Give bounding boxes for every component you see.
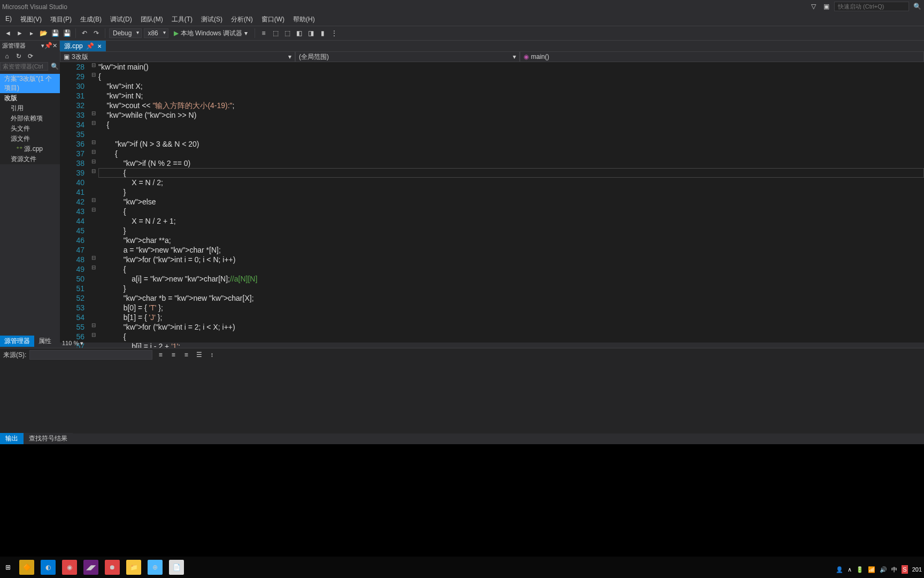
bottom-tabs: 输出 查找符号结果 <box>0 433 73 444</box>
tray-ime[interactable]: 中 <box>891 566 897 574</box>
play-icon: ▶ <box>174 29 179 37</box>
notification-icon[interactable]: ▽ <box>808 2 818 11</box>
app-title: Microsoft Visual Studio <box>2 3 67 11</box>
panel-title: 源管理器 <box>2 42 26 50</box>
explorer-toolbar: ⌂ ↻ ⟳ <box>0 50 60 62</box>
menu-help[interactable]: 帮助(H) <box>289 14 319 26</box>
feedback-icon[interactable]: ▣ <box>821 2 831 11</box>
tool-icon[interactable]: ☰ <box>194 350 204 360</box>
pin-icon[interactable]: 📌 <box>44 42 52 49</box>
separator <box>75 28 76 38</box>
tab-explorer[interactable]: 源管理器 <box>0 336 34 347</box>
tool-icon[interactable]: ≡ <box>168 350 178 360</box>
task-app-icon[interactable]: ⊕ <box>148 560 163 575</box>
system-tray[interactable]: 👤 ∧ 🔋 📶 🔊 中 S 201 <box>836 565 922 574</box>
task-vs-icon[interactable]: ◢◤ <box>83 560 98 575</box>
close-icon[interactable]: ✕ <box>52 42 57 49</box>
open-icon[interactable]: 📂 <box>38 28 48 38</box>
task-explorer-icon[interactable]: 📁 <box>126 560 141 575</box>
explorer-search-input[interactable] <box>0 62 48 71</box>
menu-analyze[interactable]: 分析(N) <box>227 14 257 26</box>
tab-properties[interactable]: 属性 <box>34 336 56 347</box>
debugger-label: 本地 Windows 调试器 <box>181 29 242 38</box>
nav-label: (全局范围) <box>299 52 329 62</box>
back-icon[interactable]: ◄ <box>3 28 13 38</box>
menu-view[interactable]: 视图(V) <box>16 14 46 26</box>
bookmark-icon[interactable]: ▮ <box>318 28 327 38</box>
tool-icon[interactable]: ◧ <box>294 28 304 38</box>
tool-icon[interactable]: ◨ <box>306 28 315 38</box>
zoom-dropdown[interactable]: 110 % ▾ <box>62 340 83 347</box>
start-debug-button[interactable]: ▶ 本地 Windows 调试器 ▾ <box>171 28 251 39</box>
nav-scope-dropdown[interactable]: (全局范围) ▾ <box>295 51 520 62</box>
tool-icon[interactable]: ≡ <box>259 28 268 38</box>
redo-icon[interactable]: ↷ <box>91 28 101 38</box>
output-panel: 来源(S): ≡ ≡ ≡ ☰ ↕ <box>0 348 924 434</box>
tab-find-results[interactable]: 查找符号结果 <box>24 433 73 444</box>
saveall-icon[interactable]: 💾 <box>62 28 72 38</box>
tree-headers[interactable]: 头文件 <box>0 124 60 134</box>
pin-icon[interactable]: 📌 <box>86 42 94 50</box>
tool-icon[interactable]: ≡ <box>156 350 165 360</box>
home-icon[interactable]: ⌂ <box>2 51 12 61</box>
nav-project-dropdown[interactable]: ▣ 3改版 ▾ <box>60 51 295 62</box>
tray-icon[interactable]: 📶 <box>868 566 875 573</box>
class-icon: ▣ <box>64 53 70 60</box>
tab-output[interactable]: 输出 <box>0 433 24 444</box>
solution-node[interactable]: 方案"3改版"(1 个项目) <box>0 74 60 93</box>
refresh-icon[interactable]: ↻ <box>14 51 24 61</box>
tree-source-cpp[interactable]: ⁺⁺ 源.cpp <box>0 144 60 154</box>
method-icon: ◉ <box>523 53 529 60</box>
tray-icon[interactable]: S <box>902 565 907 574</box>
left-panel-tabs: 源管理器 属性 <box>0 336 56 347</box>
tray-icon[interactable]: 👤 <box>836 566 843 573</box>
menu-project[interactable]: 项目(P) <box>46 14 76 26</box>
platform-dropdown[interactable]: x86 <box>144 28 168 38</box>
tray-clock[interactable]: 201 <box>912 566 922 573</box>
task-app-icon[interactable]: ◉ <box>62 560 77 575</box>
menu-build[interactable]: 生成(B) <box>76 14 106 26</box>
code-editor[interactable]: 2829303132333435363738394041424344454647… <box>60 62 924 343</box>
task-app-icon[interactable]: 🔶 <box>19 560 34 575</box>
forward-icon[interactable]: ► <box>15 28 25 38</box>
separator <box>255 28 255 38</box>
search-icon[interactable]: 🔍 <box>51 63 59 70</box>
task-record-icon[interactable]: ⏺ <box>105 560 120 575</box>
source-dropdown[interactable] <box>29 350 152 360</box>
chevron-down-icon: ▾ <box>288 53 291 60</box>
tree-references[interactable]: 引用 <box>0 103 60 113</box>
project-node[interactable]: 改版 <box>0 93 60 103</box>
tab-source-cpp[interactable]: 源.cpp 📌 ✕ <box>60 41 106 51</box>
menu-window[interactable]: 窗口(W) <box>257 14 289 26</box>
task-app-icon[interactable]: ◐ <box>41 560 56 575</box>
tool-icon[interactable]: ⋮ <box>329 28 339 38</box>
config-dropdown[interactable]: Debug <box>109 28 142 38</box>
nav-member-dropdown[interactable]: ◉ main() <box>520 51 924 62</box>
new-icon[interactable]: ▸ <box>27 28 36 38</box>
tray-icon[interactable]: 🔋 <box>856 566 864 573</box>
save-icon[interactable]: 💾 <box>50 28 60 38</box>
tool-icon[interactable]: ≡ <box>181 350 191 360</box>
tree-source[interactable]: 源文件 <box>0 134 60 144</box>
tray-icon[interactable]: 🔊 <box>880 566 887 573</box>
quick-launch-input[interactable] <box>834 2 909 11</box>
menu-file[interactable]: E) <box>1 14 16 26</box>
menu-debug[interactable]: 调试(D) <box>106 14 136 26</box>
search-icon[interactable]: 🔍 <box>912 2 922 11</box>
tool-icon[interactable]: ⬚ <box>282 28 292 38</box>
chevron-up-icon[interactable]: ∧ <box>848 566 852 573</box>
close-icon[interactable]: ✕ <box>97 43 102 49</box>
tree-res[interactable]: 资源文件 <box>0 154 60 164</box>
task-app-icon[interactable]: 📄 <box>169 560 184 575</box>
output-toolbar: 来源(S): ≡ ≡ ≡ ☰ ↕ <box>0 348 924 361</box>
undo-icon[interactable]: ↶ <box>80 28 89 38</box>
tree-external[interactable]: 外部依赖项 <box>0 113 60 124</box>
tool-icon[interactable]: ↕ <box>207 350 217 360</box>
start-icon[interactable]: ⊞ <box>3 562 13 572</box>
menu-tools[interactable]: 工具(T) <box>167 14 197 26</box>
menu-team[interactable]: 团队(M) <box>136 14 167 26</box>
tool-icon[interactable]: ⬚ <box>271 28 280 38</box>
sync-icon[interactable]: ⟳ <box>26 51 35 61</box>
menu-test[interactable]: 测试(S) <box>197 14 227 26</box>
titlebar: Microsoft Visual Studio <box>0 0 924 14</box>
